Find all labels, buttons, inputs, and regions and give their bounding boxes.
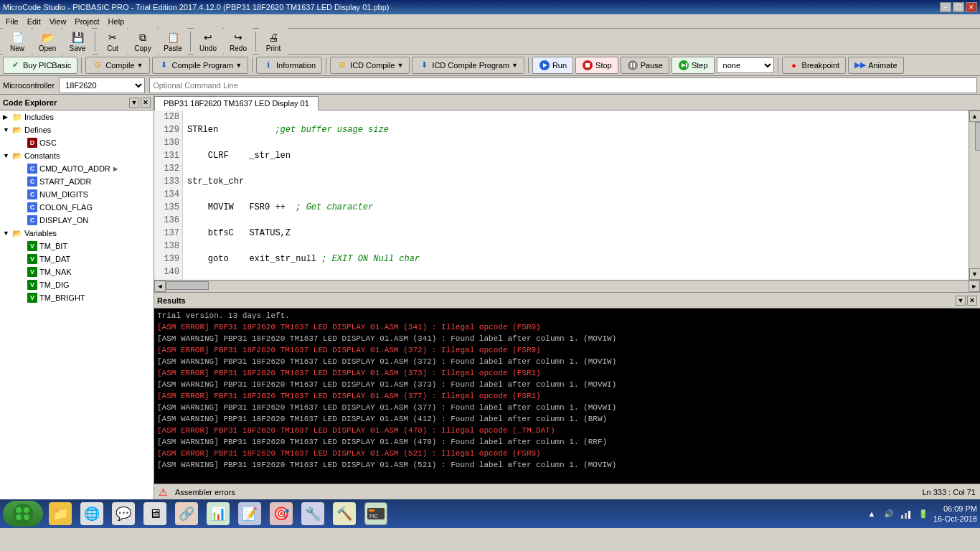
code-line: str_tok_chr — [187, 175, 969, 188]
tree-tm-nak[interactable]: V TM_NAK — [0, 265, 154, 278]
information-icon: ℹ — [263, 60, 274, 71]
taskbar-app-misc4[interactable]: 📊 — [204, 501, 232, 527]
paste-icon: 📋 — [166, 30, 180, 44]
paste-button[interactable]: 📋 Paste — [159, 28, 187, 55]
breakpoint-button[interactable]: ● Breakpoint — [782, 57, 847, 74]
editor-area[interactable]: 128 129 130 131 132 133 134 135 136 137 … — [154, 110, 980, 280]
explorer-title: Code Explorer — [3, 98, 57, 107]
code-editor[interactable]: STRlen ;get buffer usage size CLRF _str_… — [183, 110, 969, 280]
start-button[interactable] — [3, 501, 43, 527]
taskbar-app-chrome[interactable]: 🌐 — [77, 501, 106, 527]
compile-program-button[interactable]: ⬇ Compile Program ▼ — [152, 57, 249, 74]
information-button[interactable]: ℹ Information — [256, 57, 322, 74]
window-title: MicroCode Studio - PICBASIC PRO - Trial … — [3, 3, 389, 11]
tree-constants[interactable]: ▼ 📂 Constants — [0, 149, 154, 162]
tree-tm-bit[interactable]: V TM_BIT — [0, 240, 154, 253]
result-line: [ASM ERROR] PBP31 18F2620 TM1637 LED DIS… — [157, 448, 977, 459]
editor-tab[interactable]: PBP31 18F2620 TM1637 LED Display 01 — [154, 96, 319, 110]
debug-select[interactable]: none — [717, 57, 774, 73]
folder-open-icon: 📂 — [11, 124, 23, 136]
svg-point-12 — [24, 507, 29, 513]
tree-start-addr[interactable]: C START_ADDR — [0, 175, 154, 188]
taskbar-app-pic[interactable]: PIC — [362, 501, 390, 527]
compile-button[interactable]: ⚙ Compile ▼ — [85, 57, 149, 74]
minimize-button[interactable]: – — [940, 2, 951, 12]
icd-compile-button[interactable]: ⚙ ICD Compile ▼ — [330, 57, 410, 74]
menu-view[interactable]: View — [45, 16, 71, 27]
taskbar-app-misc8[interactable]: 🔨 — [330, 501, 359, 527]
taskbar-app-misc6[interactable]: 🎯 — [267, 501, 296, 527]
results-close-button[interactable]: ✕ — [967, 296, 977, 306]
tree-tm-bright[interactable]: V TM_BRIGHT — [0, 291, 154, 304]
results-header: Results ▼ ✕ — [154, 293, 980, 309]
cut-button[interactable]: ✂ Cut — [98, 28, 127, 55]
results-title: Results — [157, 296, 186, 305]
scroll-left-button[interactable]: ◄ — [154, 281, 166, 292]
editor-panel: PBP31 18F2620 TM1637 LED Display 01 128 … — [154, 95, 980, 499]
var-badge: V — [27, 254, 37, 264]
misc5-icon: 📝 — [238, 502, 261, 525]
redo-button[interactable]: ↪ Redo — [224, 28, 253, 55]
network-icon[interactable] — [899, 507, 913, 521]
line-numbers: 128 129 130 131 132 133 134 135 136 137 … — [154, 110, 183, 280]
editor-horizontal-scrollbar[interactable]: ◄ ► — [154, 280, 980, 291]
menu-edit[interactable]: Edit — [23, 16, 45, 27]
open-button[interactable]: 📂 Open — [33, 28, 62, 55]
tree-osc[interactable]: D OSC — [0, 136, 154, 149]
scroll-thumb[interactable] — [975, 122, 981, 151]
scroll-h-thumb[interactable] — [166, 281, 209, 290]
speaker-icon[interactable]: 🔊 — [882, 507, 896, 521]
editor-vertical-scrollbar[interactable]: ▲ ▼ — [969, 110, 980, 280]
tree-variables[interactable]: ▼ 📂 Variables — [0, 227, 154, 240]
save-button[interactable]: 💾 Save — [63, 28, 92, 55]
taskbar-app-explorer[interactable]: 📁 — [46, 501, 75, 527]
undo-button[interactable]: ↩ Undo — [194, 28, 222, 55]
result-line: [ASM ERROR] PBP31 18F2620 TM1637 LED DIS… — [157, 367, 977, 379]
scroll-down-button[interactable]: ▼ — [969, 268, 981, 280]
taskbar-app-misc2[interactable]: 🖥 — [141, 501, 169, 527]
menu-file[interactable]: File — [1, 16, 23, 27]
tree-includes[interactable]: ▶ 📁 Includes — [0, 110, 154, 123]
window-controls[interactable]: – ☐ ✕ — [940, 2, 977, 12]
tree-colon-flag[interactable]: C COLON_FLAG — [0, 201, 154, 214]
tree-display-on[interactable]: C DISPLAY_ON — [0, 214, 154, 227]
step-button[interactable]: Step — [672, 57, 715, 74]
taskbar-app-misc1[interactable]: 💬 — [109, 501, 138, 527]
print-button[interactable]: 🖨 Print — [259, 28, 288, 55]
close-button[interactable]: ✕ — [966, 2, 977, 12]
scroll-up-button[interactable]: ▲ — [969, 110, 981, 122]
menu-project[interactable]: Project — [70, 16, 103, 27]
animate-button[interactable]: ▶▶ Animate — [848, 57, 903, 74]
taskbar-app-misc3[interactable]: 🔗 — [172, 501, 201, 527]
tree-tm-dig[interactable]: V TM_DIG — [0, 278, 154, 291]
icd-compile-program-button[interactable]: ⬇ ICD Compile Program ▼ — [412, 57, 524, 74]
folder-icon: 📁 — [11, 111, 23, 123]
run-button[interactable]: Run — [532, 57, 573, 74]
taskbar-app-misc5[interactable]: 📝 — [235, 501, 264, 527]
undo-icon: ↩ — [201, 30, 215, 44]
misc4-icon: 📊 — [207, 502, 230, 525]
buy-picbasic-button[interactable]: ✔ Buy PICBasic — [3, 57, 77, 74]
pause-button[interactable]: Pause — [621, 57, 669, 74]
up-arrow-icon[interactable]: ▲ — [864, 507, 879, 521]
new-button[interactable]: 📄 New — [3, 28, 32, 55]
results-content[interactable]: Trial version. 13 days left. [ASM ERROR]… — [154, 309, 980, 484]
explorer-close-button[interactable]: ✕ — [141, 98, 151, 108]
tree-cmd-auto-addr[interactable]: C CMD_AUTO_ADDR ► — [0, 162, 154, 175]
explorer-dropdown-button[interactable]: ▼ — [129, 98, 139, 108]
results-dropdown-button[interactable]: ▼ — [956, 296, 966, 306]
tree-defines[interactable]: ▼ 📂 Defines — [0, 123, 154, 136]
stop-button[interactable]: Stop — [575, 57, 618, 74]
battery-icon[interactable]: 🔋 — [916, 507, 930, 521]
menu-help[interactable]: Help — [104, 16, 129, 27]
taskbar-app-misc7[interactable]: 🔧 — [298, 501, 327, 527]
copy-button[interactable]: ⧉ Copy — [128, 28, 157, 55]
tree-tm-dat[interactable]: V TM_DAT — [0, 253, 154, 265]
maximize-button[interactable]: ☐ — [953, 2, 964, 12]
breakpoint-icon: ● — [788, 60, 800, 71]
command-line-input[interactable] — [149, 77, 977, 93]
tree-num-digits[interactable]: C NUM_DIGITS — [0, 188, 154, 201]
scroll-h-track[interactable] — [166, 281, 969, 292]
microcontroller-select[interactable]: 18F2620 — [59, 77, 145, 93]
scroll-right-button[interactable]: ► — [969, 281, 980, 292]
